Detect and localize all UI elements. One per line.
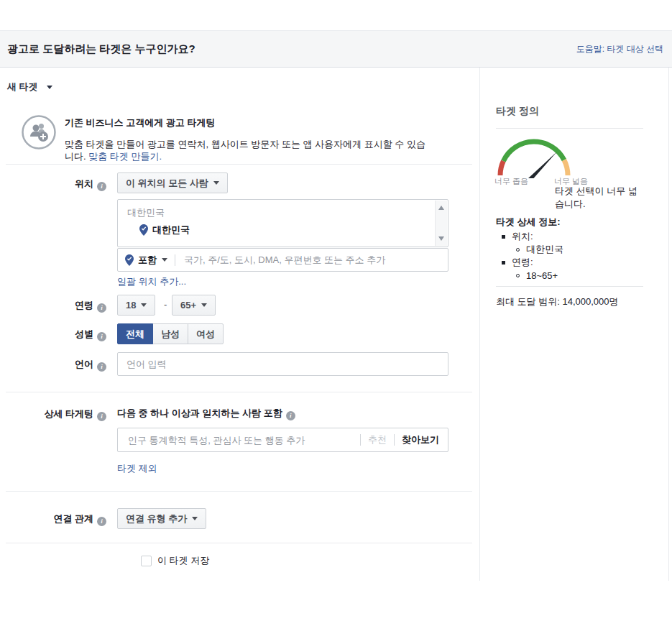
promo-body: 맞춤 타겟을 만들어 광고를 연락처, 웹사이트 방문자 또는 앱 사용자에게 … — [65, 138, 425, 162]
vertical-divider — [668, 68, 669, 581]
connection-type-value: 연결 유형 추가 — [126, 512, 187, 525]
age-min-dropdown[interactable]: 18 — [117, 295, 155, 316]
detailed-targeting-row: 추천 찾아보기 — [117, 428, 448, 452]
detailed-targeting-label: 상세 타게팅 — [44, 408, 93, 419]
gauge-too-narrow-label: 너무 좁음 — [494, 176, 528, 187]
scrollbar[interactable] — [435, 201, 447, 246]
location-listbox[interactable]: 대한민국 대한민국 — [117, 199, 448, 247]
chevron-down-icon — [47, 86, 52, 89]
gauge-status-text: 타겟 선택이 너무 넓습니다. — [555, 185, 640, 211]
info-icon[interactable]: i — [97, 332, 106, 341]
scroll-down-icon[interactable] — [438, 236, 444, 241]
chevron-down-icon — [141, 303, 147, 307]
gender-label-row: 성별i — [0, 328, 106, 341]
location-group-header: 대한민국 — [127, 206, 165, 219]
info-icon[interactable]: i — [97, 517, 106, 526]
list-item: 18~65+ — [502, 269, 563, 282]
age-label: 연령 — [75, 300, 93, 310]
info-icon[interactable]: i — [97, 412, 106, 421]
location-mode-dropdown[interactable]: 이 위치의 모든 사람 — [117, 172, 228, 193]
divider — [175, 254, 175, 266]
age-max-dropdown[interactable]: 65+ — [172, 295, 216, 316]
age-min-value: 18 — [126, 300, 136, 310]
scroll-up-icon[interactable] — [438, 206, 444, 210]
age-label-row: 연령i — [0, 299, 106, 313]
info-icon[interactable]: i — [97, 303, 106, 313]
bulk-add-locations-link[interactable]: 일괄 위치 추가... — [117, 275, 186, 288]
gauge-needle — [528, 152, 557, 178]
detail-value: 18~65+ — [526, 270, 558, 281]
language-input[interactable] — [117, 352, 448, 376]
selected-location-row[interactable]: 대한민국 — [139, 224, 190, 236]
divider — [6, 491, 472, 492]
connections-label-row: 연결 관계i — [0, 512, 106, 526]
section-header: 광고로 도달하려는 타겟은 누구인가요? 도움말: 타겟 대상 선택 — [0, 30, 672, 68]
audience-selector-dropdown[interactable]: 새 타겟 — [7, 80, 52, 93]
custom-audience-icon — [22, 115, 56, 150]
location-label-row: 위치i — [0, 178, 106, 191]
info-icon[interactable]: i — [286, 411, 295, 420]
include-dropdown-value: 포함 — [138, 254, 157, 267]
location-mode-value: 이 위치의 모든 사람 — [126, 177, 208, 190]
divider — [394, 434, 395, 446]
language-label: 언어 — [75, 359, 93, 369]
gender-option-female[interactable]: 여성 — [188, 323, 224, 344]
browse-button[interactable]: 찾아보기 — [402, 433, 439, 446]
gender-option-male[interactable]: 남성 — [152, 323, 188, 344]
exclude-audience-link[interactable]: 타겟 제외 — [117, 462, 157, 475]
suggestions-button[interactable]: 추천 — [368, 433, 387, 446]
divider — [6, 543, 472, 543]
chevron-down-icon — [213, 181, 219, 185]
help-link[interactable]: 도움말: 타겟 대상 선택 — [576, 43, 663, 55]
ad-targeting-page: 광고로 도달하려는 타겟은 누구인가요? 도움말: 타겟 대상 선택 새 타겟 … — [0, 0, 672, 621]
age-max-value: 65+ — [180, 300, 196, 310]
info-icon[interactable]: i — [97, 182, 106, 191]
gender-option-all[interactable]: 전체 — [117, 323, 153, 344]
list-item: 대한민국 — [502, 243, 563, 256]
language-label-row: 언어i — [0, 358, 106, 372]
info-icon[interactable]: i — [97, 362, 106, 372]
audience-meter-gauge — [493, 134, 578, 178]
save-audience-row[interactable]: 이 타겟 저장 — [141, 554, 209, 567]
audience-definition-title: 타겟 정의 — [496, 105, 539, 118]
location-search-input[interactable] — [183, 254, 441, 266]
save-audience-checkbox[interactable] — [141, 556, 152, 566]
divider — [6, 392, 472, 392]
connection-type-dropdown[interactable]: 연결 유형 추가 — [117, 508, 206, 529]
vertical-divider — [479, 68, 480, 581]
audience-details-list: 위치: 대한민국 연령: 18~65+ — [502, 230, 563, 282]
audience-selector-label: 새 타겟 — [7, 80, 38, 93]
square-bullet-icon — [502, 235, 505, 239]
detailed-targeting-label-row: 상세 타게팅i — [0, 408, 106, 421]
location-pin-icon — [139, 224, 148, 236]
save-audience-label: 이 타겟 저장 — [157, 554, 209, 567]
promo-title: 기존 비즈니스 고객에게 광고 타게팅 — [65, 116, 215, 129]
divider — [496, 286, 643, 287]
square-bullet-icon — [502, 261, 505, 264]
location-label: 위치 — [75, 178, 93, 189]
location-pin-icon — [125, 254, 134, 266]
detail-label: 위치: — [512, 230, 533, 243]
gender-label: 성별 — [75, 328, 93, 339]
location-search-row: 포함 — [117, 248, 448, 272]
detail-label: 연령: — [512, 256, 533, 269]
age-range-separator: - — [164, 299, 167, 310]
chevron-down-icon — [162, 258, 167, 262]
selected-location-name: 대한민국 — [152, 224, 190, 236]
include-dropdown[interactable]: 포함 — [138, 254, 167, 267]
divider — [496, 128, 643, 129]
audience-details-heading: 타겟 상세 정보: — [496, 216, 561, 229]
divider — [6, 164, 472, 165]
list-item: 연령: — [502, 256, 563, 269]
potential-reach-text: 최대 도달 범위: 14,000,000명 — [496, 295, 619, 308]
chevron-down-icon — [192, 517, 198, 520]
create-custom-audience-link[interactable]: 맞춤 타겟 만들기. — [88, 151, 162, 162]
divider — [360, 434, 361, 446]
detailed-targeting-input[interactable] — [126, 434, 353, 446]
chevron-down-icon — [201, 303, 207, 307]
list-item: 위치: — [502, 230, 563, 243]
detail-value: 대한민국 — [526, 243, 563, 256]
connections-label: 연결 관계 — [53, 513, 93, 524]
gender-segmented-control: 전체 남성 여성 — [117, 323, 224, 344]
circle-bullet-icon — [516, 248, 520, 252]
